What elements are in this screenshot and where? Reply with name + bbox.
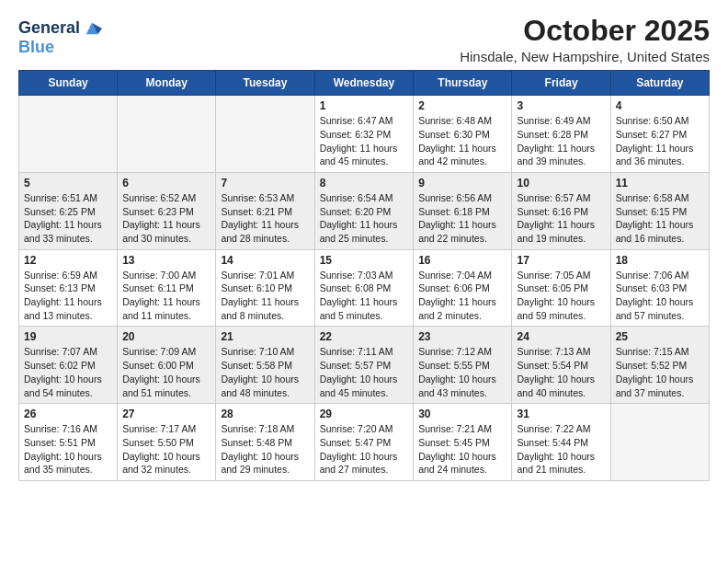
day-info: Sunrise: 7:00 AM Sunset: 6:11 PM Dayligh…: [122, 269, 210, 323]
day-number: 22: [320, 330, 409, 343]
day-number: 28: [221, 408, 309, 420]
day-info: Sunrise: 7:09 AM Sunset: 6:00 PM Dayligh…: [122, 345, 210, 399]
col-header-thursday: Thursday: [414, 71, 512, 96]
day-number: 7: [221, 177, 309, 190]
day-number: 14: [221, 254, 309, 267]
day-number: 2: [418, 99, 506, 112]
calendar-cell: 29Sunrise: 7:20 AM Sunset: 5:47 PM Dayli…: [314, 404, 414, 481]
day-number: 1: [320, 99, 409, 112]
day-number: 27: [122, 408, 210, 420]
calendar-cell: 7Sunrise: 6:53 AM Sunset: 6:21 PM Daylig…: [216, 172, 314, 249]
day-number: 26: [24, 408, 112, 420]
calendar-cell: 17Sunrise: 7:05 AM Sunset: 6:05 PM Dayli…: [512, 249, 610, 327]
calendar-header-row: SundayMondayTuesdayWednesdayThursdayFrid…: [19, 71, 710, 96]
logo: General Blue: [18, 18, 102, 57]
calendar-cell: 9Sunrise: 6:56 AM Sunset: 6:18 PM Daylig…: [414, 172, 512, 249]
day-info: Sunrise: 6:49 AM Sunset: 6:28 PM Dayligh…: [517, 114, 605, 168]
day-number: 12: [24, 254, 112, 267]
calendar-week-row: 5Sunrise: 6:51 AM Sunset: 6:25 PM Daylig…: [19, 172, 710, 249]
day-info: Sunrise: 6:56 AM Sunset: 6:18 PM Dayligh…: [418, 191, 506, 246]
calendar-cell: 13Sunrise: 7:00 AM Sunset: 6:11 PM Dayli…: [118, 249, 216, 327]
calendar-week-row: 19Sunrise: 7:07 AM Sunset: 6:02 PM Dayli…: [19, 327, 710, 404]
day-number: 24: [517, 330, 605, 343]
day-number: 6: [122, 177, 210, 190]
calendar-cell: [19, 96, 118, 173]
calendar-cell: 10Sunrise: 6:57 AM Sunset: 6:16 PM Dayli…: [512, 172, 610, 249]
col-header-tuesday: Tuesday: [216, 71, 314, 96]
day-info: Sunrise: 6:57 AM Sunset: 6:16 PM Dayligh…: [517, 191, 605, 246]
day-info: Sunrise: 6:48 AM Sunset: 6:30 PM Dayligh…: [418, 114, 506, 168]
day-number: 31: [517, 408, 605, 420]
calendar-cell: 2Sunrise: 6:48 AM Sunset: 6:30 PM Daylig…: [414, 96, 512, 173]
calendar-cell: [118, 96, 216, 173]
month-title: October 2025: [460, 15, 710, 47]
calendar-cell: 1Sunrise: 6:47 AM Sunset: 6:32 PM Daylig…: [314, 96, 414, 173]
day-info: Sunrise: 7:20 AM Sunset: 5:47 PM Dayligh…: [320, 422, 409, 477]
day-number: 13: [122, 254, 210, 267]
calendar-cell: 6Sunrise: 6:52 AM Sunset: 6:23 PM Daylig…: [118, 172, 216, 249]
day-number: 21: [221, 330, 309, 343]
logo-subtext: Blue: [18, 39, 102, 57]
header: General Blue October 2025 Hinsdale, New …: [18, 15, 710, 64]
day-info: Sunrise: 7:16 AM Sunset: 5:51 PM Dayligh…: [24, 422, 112, 477]
calendar-table: SundayMondayTuesdayWednesdayThursdayFrid…: [18, 70, 710, 481]
calendar-cell: 23Sunrise: 7:12 AM Sunset: 5:55 PM Dayli…: [414, 327, 512, 404]
col-header-saturday: Saturday: [610, 71, 709, 96]
calendar-week-row: 12Sunrise: 6:59 AM Sunset: 6:13 PM Dayli…: [19, 249, 710, 327]
day-info: Sunrise: 7:06 AM Sunset: 6:03 PM Dayligh…: [616, 269, 704, 323]
col-header-monday: Monday: [118, 71, 216, 96]
day-info: Sunrise: 7:17 AM Sunset: 5:50 PM Dayligh…: [122, 422, 210, 477]
calendar-cell: 22Sunrise: 7:11 AM Sunset: 5:57 PM Dayli…: [314, 327, 414, 404]
day-info: Sunrise: 6:52 AM Sunset: 6:23 PM Dayligh…: [122, 191, 210, 246]
day-info: Sunrise: 7:13 AM Sunset: 5:54 PM Dayligh…: [517, 345, 605, 399]
day-number: 4: [616, 99, 704, 112]
calendar-cell: 24Sunrise: 7:13 AM Sunset: 5:54 PM Dayli…: [512, 327, 610, 404]
col-header-wednesday: Wednesday: [314, 71, 414, 96]
day-number: 29: [320, 408, 409, 420]
logo-text: General: [18, 19, 80, 38]
calendar-week-row: 26Sunrise: 7:16 AM Sunset: 5:51 PM Dayli…: [19, 404, 710, 481]
day-info: Sunrise: 7:07 AM Sunset: 6:02 PM Dayligh…: [24, 345, 112, 399]
day-info: Sunrise: 6:50 AM Sunset: 6:27 PM Dayligh…: [616, 114, 704, 168]
calendar-cell: 5Sunrise: 6:51 AM Sunset: 6:25 PM Daylig…: [19, 172, 118, 249]
calendar-cell: 21Sunrise: 7:10 AM Sunset: 5:58 PM Dayli…: [216, 327, 314, 404]
calendar-cell: 8Sunrise: 6:54 AM Sunset: 6:20 PM Daylig…: [314, 172, 414, 249]
day-number: 10: [517, 177, 605, 190]
day-info: Sunrise: 7:05 AM Sunset: 6:05 PM Dayligh…: [517, 269, 605, 323]
day-info: Sunrise: 6:54 AM Sunset: 6:20 PM Dayligh…: [320, 191, 409, 246]
col-header-friday: Friday: [512, 71, 610, 96]
title-block: October 2025 Hinsdale, New Hampshire, Un…: [460, 15, 710, 64]
calendar-cell: 25Sunrise: 7:15 AM Sunset: 5:52 PM Dayli…: [610, 327, 709, 404]
calendar-week-row: 1Sunrise: 6:47 AM Sunset: 6:32 PM Daylig…: [19, 96, 710, 173]
calendar-cell: 31Sunrise: 7:22 AM Sunset: 5:44 PM Dayli…: [512, 404, 610, 481]
calendar-cell: [610, 404, 709, 481]
day-number: 17: [517, 254, 605, 267]
calendar-cell: 14Sunrise: 7:01 AM Sunset: 6:10 PM Dayli…: [216, 249, 314, 327]
calendar-cell: 15Sunrise: 7:03 AM Sunset: 6:08 PM Dayli…: [314, 249, 414, 327]
day-info: Sunrise: 7:15 AM Sunset: 5:52 PM Dayligh…: [616, 345, 704, 399]
day-info: Sunrise: 6:47 AM Sunset: 6:32 PM Dayligh…: [320, 114, 409, 168]
calendar-cell: 28Sunrise: 7:18 AM Sunset: 5:48 PM Dayli…: [216, 404, 314, 481]
day-info: Sunrise: 7:12 AM Sunset: 5:55 PM Dayligh…: [418, 345, 506, 399]
calendar-cell: 11Sunrise: 6:58 AM Sunset: 6:15 PM Dayli…: [610, 172, 709, 249]
logo-icon: [82, 18, 102, 39]
calendar-cell: 20Sunrise: 7:09 AM Sunset: 6:00 PM Dayli…: [118, 327, 216, 404]
day-number: 5: [24, 177, 112, 190]
calendar-cell: 30Sunrise: 7:21 AM Sunset: 5:45 PM Dayli…: [414, 404, 512, 481]
day-info: Sunrise: 7:01 AM Sunset: 6:10 PM Dayligh…: [221, 269, 309, 323]
calendar-cell: 27Sunrise: 7:17 AM Sunset: 5:50 PM Dayli…: [118, 404, 216, 481]
day-number: 15: [320, 254, 409, 267]
day-number: 16: [418, 254, 506, 267]
day-number: 20: [122, 330, 210, 343]
day-number: 8: [320, 177, 409, 190]
day-number: 11: [616, 177, 704, 190]
day-info: Sunrise: 7:03 AM Sunset: 6:08 PM Dayligh…: [320, 269, 409, 323]
col-header-sunday: Sunday: [19, 71, 118, 96]
day-number: 19: [24, 330, 112, 343]
calendar-cell: 16Sunrise: 7:04 AM Sunset: 6:06 PM Dayli…: [414, 249, 512, 327]
day-info: Sunrise: 7:21 AM Sunset: 5:45 PM Dayligh…: [418, 422, 506, 477]
calendar-cell: 12Sunrise: 6:59 AM Sunset: 6:13 PM Dayli…: [19, 249, 118, 327]
calendar-cell: [216, 96, 314, 173]
calendar-cell: 26Sunrise: 7:16 AM Sunset: 5:51 PM Dayli…: [19, 404, 118, 481]
day-info: Sunrise: 6:53 AM Sunset: 6:21 PM Dayligh…: [221, 191, 309, 246]
